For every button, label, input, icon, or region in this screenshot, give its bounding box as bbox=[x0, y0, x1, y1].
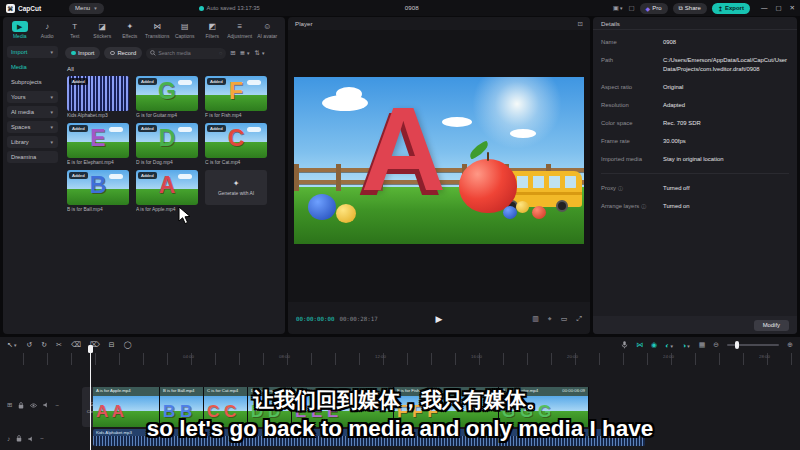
record-button[interactable]: Record bbox=[104, 47, 142, 59]
export-button[interactable]: ↥ Export bbox=[712, 3, 750, 14]
sidebar-item-library[interactable]: Library ▼ bbox=[7, 136, 58, 148]
all-filter-label[interactable]: All bbox=[67, 65, 279, 72]
snap-toggle-icon[interactable]: ⋈ bbox=[636, 341, 643, 349]
sun-graphic bbox=[472, 77, 562, 149]
undo-icon[interactable]: ↺ bbox=[26, 341, 32, 349]
text-icon: T bbox=[72, 21, 77, 32]
play-button[interactable]: ▶ bbox=[436, 314, 443, 324]
video-thumbnail[interactable]: Added G bbox=[136, 76, 198, 111]
media-tile-c[interactable]: Added C C is for Cat.mp4 bbox=[205, 123, 267, 165]
workspace-layout-icon[interactable]: ▣▼ bbox=[613, 4, 624, 12]
tab-captions[interactable]: ▤ Captions bbox=[171, 21, 199, 39]
panel-layout-icon[interactable]: ▢ bbox=[628, 4, 634, 12]
sidebar-item-media[interactable]: Media bbox=[7, 61, 58, 73]
project-title: 0908 bbox=[405, 0, 419, 16]
import-button[interactable]: Import bbox=[65, 47, 100, 59]
sidebar-item-yours[interactable]: Yours ▼ bbox=[7, 91, 58, 103]
menu-button[interactable]: Menu ▼ bbox=[69, 3, 103, 14]
video-thumbnail[interactable]: Added C bbox=[205, 123, 267, 158]
share-button[interactable]: ⧉ Share bbox=[673, 3, 707, 14]
video-thumbnail[interactable]: Added D bbox=[136, 123, 198, 158]
player-canvas: A bbox=[288, 30, 590, 302]
player-view-icon[interactable]: ⊡ bbox=[578, 20, 583, 28]
tab-media[interactable]: ▶ Media bbox=[6, 21, 34, 39]
search-input[interactable]: Search media ◌ bbox=[146, 48, 226, 59]
timeline-ruler[interactable]: 04:00 08:00 12:00 16:00 20:00 24:00 28:0… bbox=[0, 353, 800, 365]
ai-avatar-icon: ☺ bbox=[263, 21, 271, 32]
fullscreen-icon[interactable]: ⤢ bbox=[576, 315, 582, 323]
adjustment-icon: ≡ bbox=[237, 21, 242, 32]
video-thumbnail[interactable]: Added E bbox=[67, 123, 129, 158]
media-tile-audio[interactable]: Added Kids Alphabet.mp3 bbox=[67, 76, 129, 118]
info-icon[interactable]: ⓘ bbox=[641, 203, 646, 209]
link-toggle-icon[interactable]: ◐▼ bbox=[665, 342, 674, 349]
modify-button[interactable]: Modify bbox=[754, 320, 789, 331]
subtitle-english: so let's go back to media and only media… bbox=[0, 416, 800, 442]
capcut-logo: ⌘ CapCut bbox=[6, 4, 41, 13]
maximize-button[interactable]: ▢ bbox=[775, 4, 781, 12]
detail-row-color-space: Color space Rec. 709 SDR bbox=[601, 119, 789, 128]
media-tile-f[interactable]: Added F F is for Fish.mp4 bbox=[205, 76, 267, 118]
close-button[interactable]: ✕ bbox=[790, 4, 795, 12]
zoom-slider-handle[interactable] bbox=[735, 341, 739, 349]
split-icon[interactable]: ✂ bbox=[56, 341, 62, 349]
media-tile-e[interactable]: Added E E is for Elephant.mp4 bbox=[67, 123, 129, 165]
delete-left-icon[interactable]: ⌫ bbox=[71, 341, 81, 349]
capcut-logo-icon: ⌘ bbox=[6, 4, 15, 13]
sort-icon[interactable]: ≣▼ bbox=[240, 49, 251, 57]
preview-axis-toggle-icon[interactable]: ◉ bbox=[651, 341, 657, 349]
media-tile-d[interactable]: Added D D is for Dog.mp4 bbox=[136, 123, 198, 165]
audio-icon: ♪ bbox=[45, 21, 49, 32]
autosave-icon bbox=[199, 6, 204, 11]
effects-icon: ✦ bbox=[126, 21, 133, 32]
pro-diamond-icon: ◆ bbox=[646, 5, 651, 12]
sound-toggle-icon[interactable]: ◑▼ bbox=[682, 342, 691, 349]
video-thumbnail[interactable]: Added A bbox=[136, 170, 198, 205]
tab-transitions[interactable]: ⋈ Transitions bbox=[144, 21, 172, 39]
sidebar-item-subprojects[interactable]: Subprojects bbox=[7, 76, 58, 88]
chevron-down-icon: ▼ bbox=[50, 50, 54, 55]
video-preview[interactable]: A bbox=[294, 77, 584, 244]
sparkle-icon: ✦ bbox=[233, 179, 240, 188]
filter-icon[interactable]: ⇅▼ bbox=[255, 49, 266, 57]
zoom-out-icon[interactable]: ⊖ bbox=[713, 341, 719, 349]
tab-stickers[interactable]: ◪ Stickers bbox=[89, 21, 117, 39]
player-title: Player bbox=[295, 20, 313, 27]
audio-thumbnail[interactable]: Added bbox=[67, 76, 129, 111]
zoom-in-icon[interactable]: ⊕ bbox=[787, 341, 793, 349]
media-sidebar: Import ▼ Media Subprojects Yours ▼ AI me… bbox=[3, 43, 61, 334]
ratio-icon[interactable]: ▭ bbox=[561, 315, 568, 323]
pro-button[interactable]: ◆ Pro bbox=[640, 3, 668, 14]
minimize-button[interactable]: — bbox=[761, 4, 768, 12]
sidebar-item-import[interactable]: Import ▼ bbox=[7, 46, 58, 58]
tab-adjustment[interactable]: ≡ Adjustment bbox=[226, 21, 254, 39]
redo-icon[interactable]: ↻ bbox=[41, 341, 47, 349]
tab-filters[interactable]: ◩ Filters bbox=[199, 21, 227, 39]
sidebar-item-ai-media[interactable]: AI media ▼ bbox=[7, 106, 58, 118]
media-icon: ▶ bbox=[12, 21, 28, 32]
snapshot-icon[interactable]: ⌖ bbox=[548, 315, 552, 323]
view-mode-icon[interactable]: ⊞ bbox=[230, 49, 235, 57]
search-icon bbox=[150, 50, 156, 56]
tab-text[interactable]: T Text bbox=[61, 21, 89, 39]
video-thumbnail[interactable]: Added B bbox=[67, 170, 129, 205]
delete-icon[interactable]: ⊟ bbox=[109, 341, 115, 349]
search-history-icon[interactable]: ◌ bbox=[219, 50, 222, 56]
voiceover-mic-icon[interactable] bbox=[621, 341, 628, 349]
sidebar-item-dreamina[interactable]: Dreamina bbox=[7, 151, 58, 163]
tab-audio[interactable]: ♪ Audio bbox=[34, 21, 62, 39]
ribbon-tabs: ▶ Media ♪ Audio T Text ◪ Stickers ✦ Effe… bbox=[3, 17, 285, 43]
sidebar-item-spaces[interactable]: Spaces ▼ bbox=[7, 121, 58, 133]
preview-quality-icon[interactable]: ▥ bbox=[532, 315, 539, 323]
select-tool-icon[interactable]: ↖▼ bbox=[7, 341, 17, 349]
timeline-zoom-slider[interactable] bbox=[727, 344, 779, 347]
media-tile-g[interactable]: Added G G is for Guitar.mp4 bbox=[136, 76, 198, 118]
generate-with-ai-tile[interactable]: ✦ Generate with AI bbox=[205, 170, 267, 212]
tab-effects[interactable]: ✦ Effects bbox=[116, 21, 144, 39]
tab-ai-avatar[interactable]: ☺ AI avatar bbox=[254, 21, 282, 39]
media-tile-b[interactable]: Added B B is for Ball.mp4 bbox=[67, 170, 129, 212]
video-thumbnail[interactable]: Added F bbox=[205, 76, 267, 111]
mask-icon[interactable]: ◯ bbox=[124, 341, 132, 349]
info-icon[interactable]: ⓘ bbox=[618, 185, 623, 191]
render-preview-icon[interactable]: ▦ bbox=[699, 341, 706, 349]
